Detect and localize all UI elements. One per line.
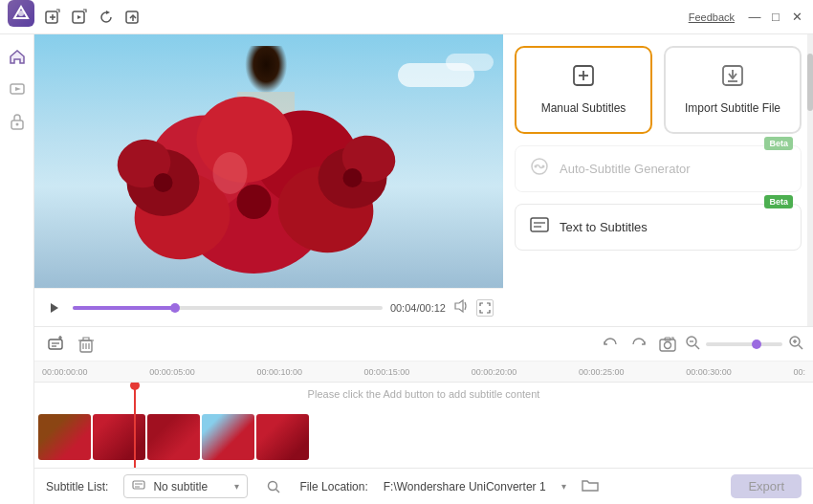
zoom-out-icon[interactable] [685, 335, 700, 353]
subtitle-select-value: No subtitle [153, 480, 208, 493]
svg-rect-45 [660, 340, 675, 351]
title-bar-right: Feedback — □ ✕ [689, 9, 805, 26]
ruler-mark-4: 00:00:20:00 [472, 367, 517, 377]
redo-button[interactable] [627, 333, 650, 356]
subtitle-select-icon [132, 478, 145, 494]
top-section: 00:04/00:12 [34, 34, 813, 326]
zoom-slider[interactable] [706, 342, 782, 346]
strip-thumb-2 [147, 414, 200, 460]
title-bar-left [8, 0, 143, 34]
svg-point-24 [343, 168, 363, 187]
strip-thumb-1 [93, 414, 145, 460]
manual-subtitles-card[interactable]: Manual Subtitles [515, 46, 652, 134]
import-subtitle-icon [720, 63, 745, 94]
undo-button[interactable] [599, 333, 622, 356]
auto-subtitle-section: Beta Auto-Subtitle Generator [515, 145, 802, 192]
export-icon[interactable] [122, 7, 143, 28]
sidebar-item-lock[interactable] [3, 107, 32, 136]
svg-point-33 [542, 164, 545, 167]
dropdown-arrow-icon[interactable]: ▾ [561, 481, 566, 492]
screenshot-button[interactable] [656, 333, 679, 356]
video-frame [34, 34, 503, 288]
close-button[interactable]: ✕ [788, 9, 805, 26]
ruler-marks: 00:00:00:00 00:00:05:00 00:00:10:00 00:0… [38, 367, 809, 377]
subtitle-select[interactable]: No subtitle ▾ [123, 474, 248, 498]
svg-rect-55 [133, 481, 144, 489]
manual-subtitle-label: Manual Subtitles [541, 101, 626, 117]
title-bar: Feedback — □ ✕ [0, 0, 813, 34]
ruler-mark-2: 00:00:10:00 [256, 367, 302, 377]
progress-thumb [170, 303, 180, 313]
export-button[interactable]: Export [731, 474, 802, 498]
auto-subtitle-label: Auto-Subtitle Generator [560, 162, 691, 176]
text-subtitle-section[interactable]: Beta Text to Subtitles [515, 204, 802, 251]
toolbar-icons [42, 7, 143, 28]
svg-line-59 [276, 489, 280, 493]
svg-line-50 [695, 345, 699, 349]
timeline-toolbar-left [44, 333, 98, 356]
select-arrow-icon: ▾ [234, 481, 239, 492]
svg-point-22 [237, 185, 272, 219]
timeline-ruler: 00:00:00:00 00:00:05:00 00:00:10:00 00:0… [34, 362, 813, 383]
expand-icon[interactable] [476, 299, 494, 317]
video-strip [34, 414, 813, 460]
volume-icon[interactable] [453, 299, 469, 316]
sidebar [0, 34, 34, 504]
manual-subtitle-icon [571, 63, 596, 94]
import-subtitle-label: Import Subtitle File [685, 101, 780, 117]
svg-point-46 [665, 341, 671, 348]
file-path: F:\Wondershare UniConverter 1 [384, 480, 546, 493]
svg-rect-34 [531, 218, 548, 231]
play-button[interactable] [44, 297, 65, 318]
ruler-mark-1: 00:00:05:00 [149, 367, 195, 377]
strip-thumb-3 [202, 414, 254, 460]
video-panel: 00:04/00:12 [34, 34, 503, 326]
subtitle-add-button[interactable] [44, 333, 67, 356]
ruler-mark-5: 00:00:25:00 [579, 367, 625, 377]
ruler-mark-0: 00:00:00:00 [42, 367, 88, 377]
main-layout: 00:04/00:12 [0, 34, 813, 504]
progress-bar[interactable] [73, 306, 383, 310]
svg-rect-37 [49, 340, 62, 349]
playhead-marker [130, 383, 140, 390]
minimize-button[interactable]: — [746, 9, 763, 26]
svg-point-10 [15, 123, 18, 126]
svg-point-32 [535, 164, 538, 167]
right-scrollbar[interactable] [807, 34, 813, 326]
cloud-2 [446, 54, 494, 71]
strip-thumb-4 [256, 414, 309, 460]
auto-subtitle-icon [529, 156, 550, 182]
auto-subtitle-beta-badge: Beta [764, 137, 793, 150]
sidebar-item-media[interactable] [3, 75, 32, 103]
playback-controls: 00:04/00:12 [34, 288, 503, 326]
subtitle-options-row: Manual Subtitles Import Subtitle File [515, 46, 802, 134]
delete-button[interactable] [75, 333, 98, 356]
timeline-content[interactable]: Please click the Add button to add subti… [34, 383, 813, 468]
zoom-in-icon[interactable] [788, 335, 803, 353]
text-subtitle-label: Text to Subtitles [560, 220, 648, 234]
bottom-bar: Subtitle List: No subtitle ▾ Fi [34, 468, 813, 504]
svg-point-58 [269, 481, 277, 490]
right-panel: Manual Subtitles Import Subtitle File [503, 34, 813, 326]
app-logo [8, 0, 34, 27]
svg-point-17 [213, 152, 248, 194]
feedback-link[interactable]: Feedback [689, 11, 735, 23]
svg-point-23 [154, 173, 173, 192]
ruler-mark-7: 00: [793, 367, 805, 377]
playhead[interactable] [134, 383, 136, 468]
content-area: 00:04/00:12 [34, 34, 813, 504]
import-subtitle-card[interactable]: Import Subtitle File [664, 46, 802, 134]
add-subtitle-message: Please click the Add button to add subti… [308, 388, 540, 400]
subtitle-search-button[interactable] [263, 476, 284, 497]
maximize-button[interactable]: □ [767, 9, 784, 26]
import-icon[interactable] [69, 7, 90, 28]
sidebar-item-home[interactable] [3, 42, 32, 71]
folder-icon[interactable] [582, 477, 599, 495]
new-video-icon[interactable] [42, 7, 63, 28]
ruler-mark-3: 00:00:15:00 [364, 367, 410, 377]
timeline-section: 00:00:00:00 00:00:05:00 00:00:10:00 00:0… [34, 326, 813, 468]
svg-line-54 [799, 345, 802, 349]
refresh-icon[interactable] [96, 7, 117, 28]
progress-fill [73, 306, 175, 310]
right-scroll-thumb [807, 54, 813, 111]
